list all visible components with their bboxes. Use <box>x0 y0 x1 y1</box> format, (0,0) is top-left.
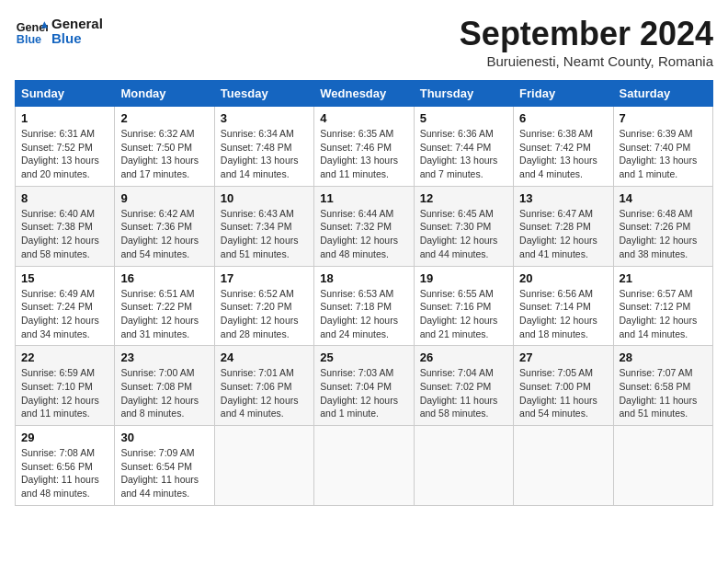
calendar-week-row: 8Sunrise: 6:40 AMSunset: 7:38 PMDaylight… <box>16 186 713 266</box>
calendar-cell: 8Sunrise: 6:40 AMSunset: 7:38 PMDaylight… <box>16 186 115 266</box>
calendar-cell: 11Sunrise: 6:44 AMSunset: 7:32 PMDayligh… <box>314 186 414 266</box>
calendar-header-row: SundayMondayTuesdayWednesdayThursdayFrid… <box>16 81 713 107</box>
location-subtitle: Buruienesti, Neamt County, Romania <box>460 53 713 69</box>
calendar-cell: 28Sunrise: 7:07 AMSunset: 6:58 PMDayligh… <box>613 346 712 426</box>
calendar-week-row: 22Sunrise: 6:59 AMSunset: 7:10 PMDayligh… <box>16 346 713 426</box>
calendar-cell: 3Sunrise: 6:34 AMSunset: 7:48 PMDaylight… <box>214 107 313 187</box>
day-info: Sunrise: 6:40 AMSunset: 7:38 PMDaylight:… <box>21 207 108 261</box>
day-number: 4 <box>320 111 407 125</box>
day-number: 25 <box>320 350 407 364</box>
day-number: 2 <box>120 111 208 125</box>
calendar-cell: 22Sunrise: 6:59 AMSunset: 7:10 PMDayligh… <box>16 346 115 426</box>
day-info: Sunrise: 7:05 AMSunset: 7:00 PMDaylight:… <box>519 366 607 420</box>
logo-blue: Blue <box>51 31 103 47</box>
day-number: 27 <box>519 350 607 364</box>
day-info: Sunrise: 6:49 AMSunset: 7:24 PMDaylight:… <box>21 287 108 341</box>
weekday-header-wednesday: Wednesday <box>314 81 414 107</box>
page-header: General Blue General Blue September 2024… <box>15 15 713 69</box>
calendar-cell <box>414 426 513 506</box>
weekday-header-monday: Monday <box>115 81 214 107</box>
day-number: 3 <box>221 111 308 125</box>
day-info: Sunrise: 6:51 AMSunset: 7:22 PMDaylight:… <box>120 287 208 341</box>
day-info: Sunrise: 6:35 AMSunset: 7:46 PMDaylight:… <box>320 127 407 181</box>
day-info: Sunrise: 6:57 AMSunset: 7:12 PMDaylight:… <box>620 287 707 341</box>
day-info: Sunrise: 7:00 AMSunset: 7:08 PMDaylight:… <box>120 366 208 420</box>
day-info: Sunrise: 6:43 AMSunset: 7:34 PMDaylight:… <box>221 207 308 261</box>
day-number: 26 <box>420 350 507 364</box>
day-number: 21 <box>620 271 707 285</box>
day-number: 18 <box>320 271 407 285</box>
day-info: Sunrise: 6:52 AMSunset: 7:20 PMDaylight:… <box>221 287 308 341</box>
calendar-cell: 9Sunrise: 6:42 AMSunset: 7:36 PMDaylight… <box>115 186 214 266</box>
day-number: 11 <box>320 191 407 205</box>
day-info: Sunrise: 6:48 AMSunset: 7:26 PMDaylight:… <box>620 207 707 261</box>
day-info: Sunrise: 6:47 AMSunset: 7:28 PMDaylight:… <box>519 207 607 261</box>
day-number: 22 <box>21 350 108 364</box>
calendar-cell: 15Sunrise: 6:49 AMSunset: 7:24 PMDayligh… <box>16 266 115 346</box>
day-info: Sunrise: 6:53 AMSunset: 7:18 PMDaylight:… <box>320 287 407 341</box>
calendar-cell: 18Sunrise: 6:53 AMSunset: 7:18 PMDayligh… <box>314 266 414 346</box>
day-info: Sunrise: 7:01 AMSunset: 7:06 PMDaylight:… <box>221 366 308 420</box>
day-number: 30 <box>120 431 208 444</box>
day-info: Sunrise: 6:32 AMSunset: 7:50 PMDaylight:… <box>120 127 208 181</box>
calendar-cell: 19Sunrise: 6:55 AMSunset: 7:16 PMDayligh… <box>414 266 513 346</box>
day-number: 28 <box>620 350 707 364</box>
day-info: Sunrise: 6:55 AMSunset: 7:16 PMDaylight:… <box>420 287 507 341</box>
day-number: 12 <box>420 191 507 205</box>
calendar-body: 1Sunrise: 6:31 AMSunset: 7:52 PMDaylight… <box>16 107 713 506</box>
day-number: 15 <box>21 271 108 285</box>
day-number: 16 <box>120 271 208 285</box>
calendar-cell: 5Sunrise: 6:36 AMSunset: 7:44 PMDaylight… <box>414 107 513 187</box>
weekday-header-sunday: Sunday <box>16 81 115 107</box>
calendar-cell: 23Sunrise: 7:00 AMSunset: 7:08 PMDayligh… <box>115 346 214 426</box>
day-number: 29 <box>21 431 108 444</box>
calendar-cell: 4Sunrise: 6:35 AMSunset: 7:46 PMDaylight… <box>314 107 414 187</box>
calendar-cell: 25Sunrise: 7:03 AMSunset: 7:04 PMDayligh… <box>314 346 414 426</box>
day-info: Sunrise: 6:34 AMSunset: 7:48 PMDaylight:… <box>221 127 308 181</box>
calendar-week-row: 29Sunrise: 7:08 AMSunset: 6:56 PMDayligh… <box>16 426 713 506</box>
day-number: 7 <box>620 111 707 125</box>
weekday-header-tuesday: Tuesday <box>214 81 313 107</box>
day-info: Sunrise: 7:09 AMSunset: 6:54 PMDaylight:… <box>120 446 208 500</box>
day-number: 17 <box>221 271 308 285</box>
day-info: Sunrise: 6:59 AMSunset: 7:10 PMDaylight:… <box>21 366 108 420</box>
day-info: Sunrise: 6:38 AMSunset: 7:42 PMDaylight:… <box>519 127 607 181</box>
calendar-cell <box>214 426 313 506</box>
day-info: Sunrise: 6:45 AMSunset: 7:30 PMDaylight:… <box>420 207 507 261</box>
day-number: 6 <box>519 111 607 125</box>
calendar-cell: 17Sunrise: 6:52 AMSunset: 7:20 PMDayligh… <box>214 266 313 346</box>
logo-icon: General Blue <box>15 15 48 48</box>
weekday-header-friday: Friday <box>514 81 613 107</box>
calendar-cell: 10Sunrise: 6:43 AMSunset: 7:34 PMDayligh… <box>214 186 313 266</box>
month-title: September 2024 <box>460 15 713 53</box>
day-info: Sunrise: 6:31 AMSunset: 7:52 PMDaylight:… <box>21 127 108 181</box>
calendar-cell: 24Sunrise: 7:01 AMSunset: 7:06 PMDayligh… <box>214 346 313 426</box>
svg-text:Blue: Blue <box>17 33 41 46</box>
day-number: 5 <box>420 111 507 125</box>
calendar-cell: 30Sunrise: 7:09 AMSunset: 6:54 PMDayligh… <box>115 426 214 506</box>
day-info: Sunrise: 7:08 AMSunset: 6:56 PMDaylight:… <box>21 446 108 500</box>
day-info: Sunrise: 6:56 AMSunset: 7:14 PMDaylight:… <box>519 287 607 341</box>
day-info: Sunrise: 6:39 AMSunset: 7:40 PMDaylight:… <box>620 127 707 181</box>
calendar-cell: 20Sunrise: 6:56 AMSunset: 7:14 PMDayligh… <box>514 266 613 346</box>
calendar-cell <box>613 426 712 506</box>
weekday-header-saturday: Saturday <box>613 81 712 107</box>
day-info: Sunrise: 7:04 AMSunset: 7:02 PMDaylight:… <box>420 366 507 420</box>
weekday-header-thursday: Thursday <box>414 81 513 107</box>
calendar-table: SundayMondayTuesdayWednesdayThursdayFrid… <box>15 80 713 506</box>
title-area: September 2024 Buruienesti, Neamt County… <box>460 15 713 69</box>
day-info: Sunrise: 6:44 AMSunset: 7:32 PMDaylight:… <box>320 207 407 261</box>
day-number: 23 <box>120 350 208 364</box>
day-number: 9 <box>120 191 208 205</box>
day-number: 13 <box>519 191 607 205</box>
calendar-cell: 6Sunrise: 6:38 AMSunset: 7:42 PMDaylight… <box>514 107 613 187</box>
day-info: Sunrise: 6:42 AMSunset: 7:36 PMDaylight:… <box>120 207 208 261</box>
day-number: 20 <box>519 271 607 285</box>
calendar-cell: 7Sunrise: 6:39 AMSunset: 7:40 PMDaylight… <box>613 107 712 187</box>
logo-general: General <box>51 17 103 32</box>
calendar-cell: 21Sunrise: 6:57 AMSunset: 7:12 PMDayligh… <box>613 266 712 346</box>
day-number: 8 <box>21 191 108 205</box>
calendar-cell <box>314 426 414 506</box>
calendar-cell: 26Sunrise: 7:04 AMSunset: 7:02 PMDayligh… <box>414 346 513 426</box>
day-number: 14 <box>620 191 707 205</box>
